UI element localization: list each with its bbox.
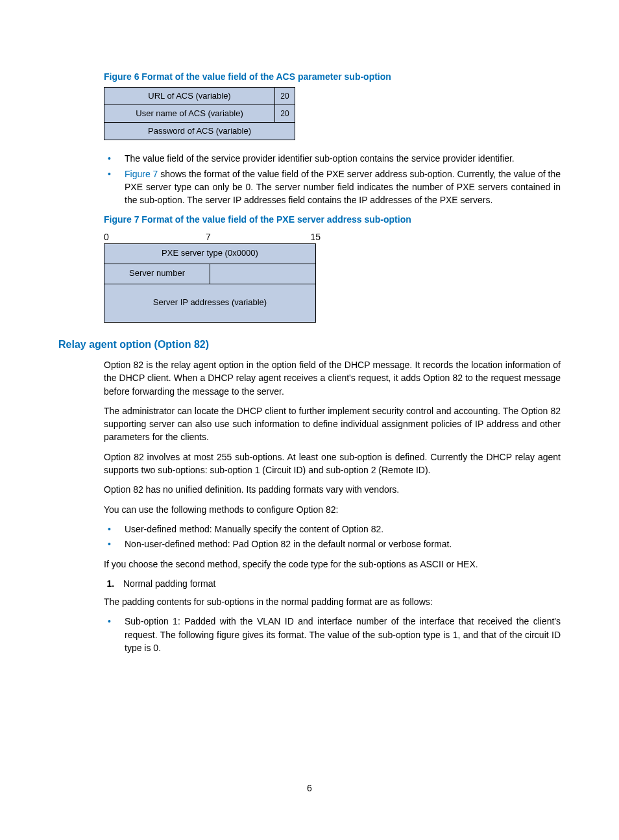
- bullet-list: User-defined method: Manually specify th…: [104, 523, 561, 551]
- paragraph: Option 82 is the relay agent option in t…: [104, 358, 561, 398]
- table-row: Server number: [104, 264, 316, 284]
- figure-7-link[interactable]: Figure 7: [125, 169, 158, 179]
- fig7-row2-right: [210, 264, 316, 284]
- fig7-label-7: 7: [206, 230, 211, 243]
- paragraph: Option 82 involves at most 255 sub-optio…: [104, 451, 561, 477]
- list-item: Figure 7 shows the format of the value f…: [104, 167, 561, 207]
- fig7-label-15: 15: [310, 230, 321, 243]
- table-row: PXE server type (0x0000): [104, 243, 316, 264]
- bullet-list: The value field of the service provider …: [104, 152, 561, 206]
- paragraph: The administrator can locate the DHCP cl…: [104, 404, 561, 444]
- fig6-row1-label: URL of ACS (variable): [104, 88, 275, 105]
- fig7-row1: PXE server type (0x0000): [104, 243, 316, 264]
- table-row: User name of ACS (variable) 20: [104, 105, 295, 123]
- fig6-row3-label: Password of ACS (variable): [104, 123, 295, 140]
- paragraph: You can use the following methods to con…: [104, 503, 561, 516]
- list-item-text: Normal padding format: [123, 578, 215, 589]
- figure-6-table: URL of ACS (variable) 20 User name of AC…: [104, 87, 295, 140]
- list-item: User-defined method: Manually specify th…: [104, 523, 561, 536]
- paragraph: The padding contents for sub-options in …: [58, 595, 561, 608]
- page-number: 6: [0, 782, 619, 795]
- paragraph: Option 82 has no unified definition. Its…: [104, 483, 561, 496]
- fig6-row1-tag: 20: [275, 88, 295, 105]
- fig6-row2-tag: 20: [275, 105, 295, 123]
- fig6-row2-label: User name of ACS (variable): [104, 105, 275, 123]
- list-item: Sub-option 1: Padded with the VLAN ID an…: [104, 615, 561, 654]
- figure-7-title: Figure 7 Format of the value field of th…: [104, 213, 561, 226]
- list-item: Normal padding format: [117, 577, 561, 590]
- figure-7-scale: 0 7 15: [104, 230, 318, 242]
- figure-6-title: Figure 6 Format of the value field of th…: [104, 70, 561, 83]
- list-item-text: shows the format of the value field of t…: [125, 169, 561, 206]
- bullet-list: Sub-option 1: Padded with the VLAN ID an…: [104, 615, 561, 654]
- list-item: The value field of the service provider …: [104, 152, 561, 165]
- section-title-relay-agent: Relay agent option (Option 82): [58, 337, 561, 352]
- table-row: Server IP addresses (variable): [104, 284, 316, 322]
- figure-7-table: PXE server type (0x0000) Server number S…: [104, 243, 316, 323]
- list-item: Non-user-defined method: Pad Option 82 i…: [104, 537, 561, 550]
- fig7-row2-left: Server number: [104, 264, 210, 284]
- fig7-row3: Server IP addresses (variable): [104, 284, 316, 322]
- paragraph: If you choose the second method, specify…: [104, 558, 561, 571]
- numbered-list: Normal padding format: [104, 577, 561, 590]
- fig7-label-0: 0: [104, 230, 109, 243]
- table-row: Password of ACS (variable): [104, 123, 295, 140]
- table-row: URL of ACS (variable) 20: [104, 88, 295, 105]
